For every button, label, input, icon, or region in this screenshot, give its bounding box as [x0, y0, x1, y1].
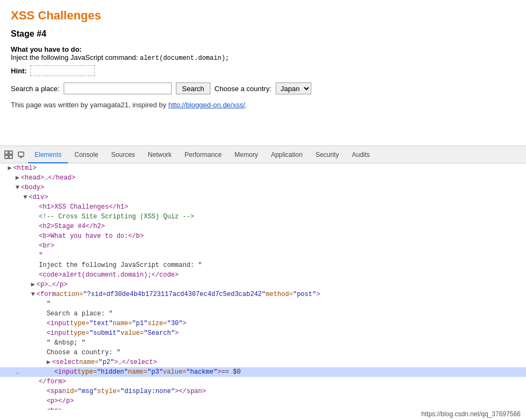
code-line-select[interactable]: ▶ <select name="p2">…</select>: [0, 357, 526, 367]
tab-performance[interactable]: Performance: [178, 146, 228, 163]
code-line-input-text[interactable]: <input type="text" name="p1" size="30">: [0, 319, 526, 328]
code-line-inject[interactable]: Inject the following JavaScript command:…: [0, 260, 526, 270]
toggle-div[interactable]: ▼: [23, 192, 29, 202]
svg-rect-2: [5, 155, 8, 159]
code-line-head[interactable]: ▶ <head>…</head>: [0, 173, 526, 183]
tab-console[interactable]: Console: [68, 146, 105, 163]
code-line-p[interactable]: ▶ <p>…</p>: [0, 280, 526, 290]
code-line-span-msg[interactable]: <span id="msg" style="display:none"></sp…: [0, 387, 526, 396]
footer-link[interactable]: http://blogged-on.de/xss/: [168, 101, 245, 109]
svg-rect-4: [18, 152, 24, 156]
devtools-panel: Elements Console Sources Network Perform…: [0, 146, 526, 410]
instruction-text: Inject the following JavaScript command:: [11, 53, 138, 61]
page-title: XSS Challenges: [11, 9, 515, 23]
stage-heading: Stage #4: [11, 29, 515, 39]
footer-text: This page was written by yamagata21, ins…: [11, 101, 515, 109]
country-select[interactable]: Japan: [276, 82, 311, 94]
code-line-body[interactable]: ▼ <body>: [0, 183, 526, 192]
code-line-h1[interactable]: <h1>XSS Challenges</h1>: [0, 202, 526, 212]
footer-text-prefix: This page was written by yamagata21, ins…: [11, 101, 168, 109]
footer-period: .: [245, 101, 247, 109]
code-line-nbsp[interactable]: " &nbsp; ": [0, 338, 526, 348]
code-line-h2[interactable]: <h2>Stage #4</h2>: [0, 222, 526, 231]
toggle-head[interactable]: ▶: [16, 173, 21, 183]
devtools-body: ▶ <html> ▶ <head>…</head> ▼ <body> ▼ <di…: [0, 163, 526, 410]
svg-rect-5: [20, 157, 22, 158]
toggle-form[interactable]: ▼: [31, 290, 37, 299]
tab-security[interactable]: Security: [309, 146, 345, 163]
toggle-select[interactable]: ▶: [46, 357, 52, 367]
search-button[interactable]: Search: [176, 82, 210, 94]
code-line-br[interactable]: <br>: [0, 241, 526, 251]
hint-input[interactable]: [30, 65, 95, 76]
search-place-label: Search a place:: [11, 85, 59, 93]
code-snippet: alert(document.domain);: [140, 54, 229, 62]
toggle-p[interactable]: ▶: [31, 280, 37, 290]
dot-menu[interactable]: …: [16, 367, 23, 377]
device-icon[interactable]: [15, 148, 28, 161]
code-line-country-text[interactable]: Choose a country: ": [0, 348, 526, 357]
svg-rect-1: [9, 151, 12, 154]
main-content: XSS Challenges Stage #4 What you have to…: [0, 0, 526, 146]
code-line-code[interactable]: <code>alert(document.domain);</code>: [0, 270, 526, 280]
country-label: Choose a country:: [215, 85, 272, 93]
code-line-input-submit[interactable]: <input type="submit" value="Search">: [0, 328, 526, 338]
code-line-hidden-input[interactable]: … <input type="hidden" name="p3" value="…: [0, 367, 526, 377]
hint-row: Hint:: [11, 65, 515, 76]
devtools-toolbar: Elements Console Sources Network Perform…: [0, 146, 526, 163]
inspect-icon[interactable]: [2, 148, 15, 161]
code-line-search-text[interactable]: Search a place: ": [0, 309, 526, 319]
toggle-body[interactable]: ▼: [16, 183, 21, 192]
devtools-tabs: Elements Console Sources Network Perform…: [28, 146, 377, 163]
code-line-html[interactable]: ▶ <html>: [0, 163, 526, 173]
tab-audits[interactable]: Audits: [345, 146, 376, 163]
code-line-form[interactable]: ▼ <form action="?sid=df30de4b4b1723117ac…: [0, 290, 526, 299]
instruction-label: What you have to do:: [11, 45, 81, 53]
tab-network[interactable]: Network: [141, 146, 178, 163]
hint-label: Hint:: [11, 67, 27, 75]
tab-elements[interactable]: Elements: [28, 146, 68, 163]
code-line-form-close[interactable]: </form>: [0, 377, 526, 387]
tab-sources[interactable]: Sources: [105, 146, 141, 163]
toggle-html[interactable]: ▶: [8, 163, 13, 173]
svg-rect-3: [9, 155, 12, 159]
search-input[interactable]: [64, 82, 172, 94]
search-row: Search a place: Search Choose a country:…: [11, 82, 515, 94]
code-line-hr[interactable]: <hr>: [0, 406, 526, 410]
tab-application[interactable]: Application: [264, 146, 309, 163]
code-line-quote2[interactable]: ": [0, 299, 526, 309]
code-line-p-empty[interactable]: <p></p>: [0, 396, 526, 406]
code-line-comment[interactable]: <!-- Cross Site Scripting (XSS) Quiz -->: [0, 212, 526, 222]
code-line-quote1[interactable]: ": [0, 251, 526, 260]
code-line-div[interactable]: ▼ <div>: [0, 192, 526, 202]
tab-memory[interactable]: Memory: [228, 146, 264, 163]
svg-rect-0: [5, 151, 8, 154]
code-line-b[interactable]: <b>What you have to do:</b>: [0, 231, 526, 241]
instruction-block: What you have to do: Inject the followin…: [11, 45, 515, 62]
